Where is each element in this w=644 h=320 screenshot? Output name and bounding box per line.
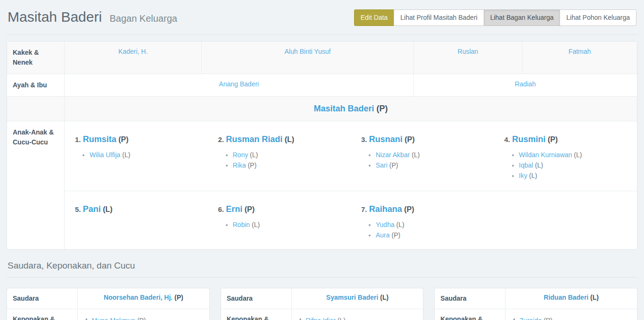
grandchild-name-link[interactable]: Aura [376,231,390,239]
nephew-gender-label: (L) [336,317,346,320]
grandchild-name-link[interactable]: Iky [519,172,528,179]
child-name-link[interactable]: Rusman Riadi [226,135,282,144]
self-row-label [7,97,65,121]
parent-name-link[interactable]: Anang Baderi [219,80,259,88]
keponakan-label: Keponakan & Cucu-Cucu [435,309,505,320]
grandchild-name-link[interactable]: Iqbal [519,161,533,169]
child-number: 7. [361,205,369,213]
nephews-list: 1. Zuraida (P)Andika Nugraha Rahman (L) [512,315,632,320]
sibling-gender-label: (L) [378,294,388,301]
sibling-name-link[interactable]: Riduan Baderi [544,294,588,301]
grandparent-name-link[interactable]: Kaderi, H. [118,48,148,55]
grandchild-name-link[interactable]: Sari [376,161,388,169]
sibling-name-cell: Syamsuri Baderi (L) [292,288,423,309]
sibling-card-header-row: SaudaraSyamsuri Baderi (L) [221,288,423,309]
grandchild-item: Rika (P) [233,160,344,170]
saudara-label: Saudara [7,288,78,309]
grandchild-gender-label: (P) [390,231,401,239]
view-profile-button[interactable]: Lihat Profil Masitah Baderi [394,9,484,26]
nephew-name-link[interactable]: Rifna Idiar [305,317,336,320]
grandparent-cell: Aluh Binti Yusuf [202,42,413,74]
view-tree-button[interactable]: Lihat Pohon Keluarga [560,9,636,26]
parent-name-link[interactable]: Radiah [515,80,536,88]
child-item: 7. Raihana (P)Yudha (L)Aura (P) [351,197,494,249]
grandchild-item: Iqbal (L) [519,160,630,170]
nephew-name-link[interactable]: Zuraida [520,317,542,320]
grandchild-gender-label: (L) [250,221,260,228]
grandparent-cell: Ruslan [414,42,523,74]
child-gender-label: (P) [403,135,415,143]
sibling-gender-label: (P) [173,294,183,301]
child-name-link[interactable]: Erni [226,204,242,214]
grandchild-item: Yudha (L) [376,219,487,230]
parent-cell: Anang Baderi [65,74,414,96]
nephews-list: 1. Rifna Idiar (L)Sari Mardiah (P) [299,315,419,320]
sibling-card-body-row: Keponakan & Cucu-Cucu1. Muna Makmun (P)N… [7,309,209,320]
grandchild-item: Wildan Kurniawan (L) [519,150,630,160]
child-name-link[interactable]: Rumsita [83,135,116,144]
grandchild-name-link[interactable]: Nizar Akbar [376,151,410,159]
nephews-list: 1. Muna Makmun (P)Nafies Luthfi (L) [85,315,205,320]
saudara-label: Saudara [435,288,505,309]
nephew-name-link[interactable]: Muna Makmun [91,317,135,320]
child-gender-label: (L) [101,205,113,213]
grandchild-name-link[interactable]: Wilia Ulfija [90,151,120,159]
grandchild-gender-label: (L) [533,161,543,169]
child-name-link[interactable]: Raihana [369,204,402,214]
siblings-section-header: Saudara, Keponakan, dan Cucu [7,261,637,278]
grandchild-name-link[interactable]: Yudha [376,221,395,228]
sibling-name-link[interactable]: Noorsehan Baderi, Hj. [104,294,173,301]
grandchild-name-link[interactable]: Rony [233,151,248,159]
nephew-heading: 1. Rifna Idiar (L) [299,315,419,320]
child-heading: 3. Rusnani (P) [361,134,487,145]
grandparent-name-link[interactable]: Fatmah [569,48,591,55]
grandchild-name-link[interactable]: Rika [233,161,246,169]
sibling-cards: SaudaraNoorsehan Baderi, Hj. (P)Keponaka… [7,288,637,320]
child-gender-label: (L) [282,135,294,143]
parents-row-label: Ayah & Ibu [7,74,65,96]
page-header: Masitah Baderi Bagan Keluarga Edit Data … [7,0,637,35]
grandchild-name-link[interactable]: Wildan Kurniawan [519,151,572,159]
sibling-name-cell: Riduan Baderi (L) [505,288,637,309]
grandchild-gender-label: (L) [248,151,258,159]
page-subtitle: Bagan Keluarga [109,13,177,24]
grandchild-gender-label: (P) [388,161,398,169]
sibling-card-body-row: Keponakan & Cucu-Cucu1. Zuraida (P)Andik… [435,309,637,320]
grandchildren-list: Robin (L) [218,219,344,230]
edit-data-button[interactable]: Edit Data [354,9,395,26]
grandchildren-list: Rony (L)Rika (P) [218,150,344,170]
child-number: 5. [75,205,83,213]
child-gender-label: (P) [116,135,129,143]
nephews-cell: 1. Zuraida (P)Andika Nugraha Rahman (L) [505,309,637,320]
sibling-card: SaudaraNoorsehan Baderi, Hj. (P)Keponaka… [7,288,210,320]
sibling-card-header-row: SaudaraNoorsehan Baderi, Hj. (P) [7,288,209,309]
children-row-label: Anak-Anak & Cucu-Cucu [7,121,65,249]
grandchild-name-link[interactable]: Robin [233,221,250,228]
grandchild-gender-label: (L) [527,172,537,179]
self-gender-label: (P) [377,104,388,113]
grandchild-item: Sari (P) [376,160,487,170]
child-heading: 4. Rusmini (P) [504,134,630,145]
child-heading: 6. Erni (P) [218,203,344,215]
self-name-link[interactable]: Masitah Baderi [314,104,374,113]
grandparents-row-label: Kakek & Nenek [7,42,65,74]
sibling-card-body-row: Keponakan & Cucu-Cucu1. Rifna Idiar (L)S… [221,309,423,320]
grandparent-name-link[interactable]: Aluh Binti Yusuf [285,48,331,55]
sibling-name-link[interactable]: Syamsuri Baderi [326,294,379,301]
sibling-gender-label: (L) [588,294,599,301]
child-name-link[interactable]: Pani [83,204,101,214]
parents-cells: Anang BaderiRadiah [65,74,637,96]
child-name-link[interactable]: Rusmini [512,135,545,144]
view-chart-button[interactable]: Lihat Bagan Keluarga [484,9,561,26]
grandparent-name-link[interactable]: Ruslan [458,48,479,55]
sibling-card: SaudaraRiduan Baderi (L)Keponakan & Cucu… [434,288,637,320]
grandparent-cell: Fatmah [522,42,637,74]
grandchild-gender-label: (L) [410,151,420,159]
grandchild-item: Wilia Ulfija (L) [90,150,200,160]
child-heading: 2. Rusman Riadi (L) [218,134,344,145]
child-name-link[interactable]: Rusnani [369,135,403,144]
child-heading: 5. Pani (L) [75,203,200,215]
self-row: Masitah Baderi (P) [7,96,637,121]
children-row: Anak-Anak & Cucu-Cucu 1. Rumsita (P)Wili… [7,121,637,249]
nephew-gender-label: (P) [542,317,553,320]
